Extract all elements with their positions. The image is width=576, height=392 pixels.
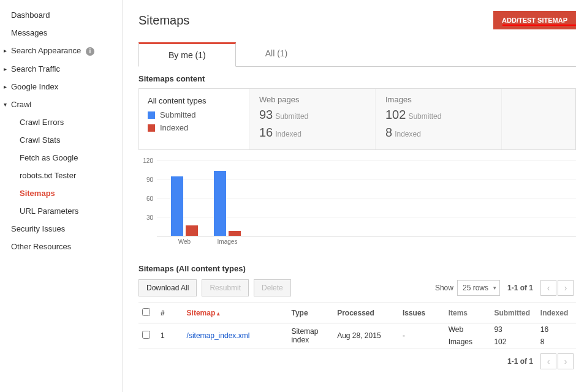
table-row: 1 /sitemap_index.xml Sitemap index Aug 2… — [138, 323, 576, 336]
sitemaps-table: # Sitemap Type Processed Issues Items Su… — [138, 303, 576, 349]
ct-block-empty — [502, 89, 575, 149]
sidebar-item-search-traffic[interactable]: Search Traffic — [0, 60, 122, 78]
col-indexed[interactable]: Indexed — [537, 303, 576, 323]
page-title: Sitemaps — [138, 13, 189, 28]
cell-submitted: 102 — [490, 336, 536, 349]
resubmit-button[interactable]: Resubmit — [202, 279, 249, 296]
sidebar-item-dashboard[interactable]: Dashboard — [0, 6, 122, 24]
legend-indexed: Indexed — [148, 123, 240, 132]
cell-items: Images — [445, 336, 491, 349]
pager-prev-button[interactable]: ‹ — [540, 280, 556, 296]
ytick: 30 — [138, 214, 153, 221]
row-checkbox[interactable] — [142, 331, 150, 339]
pager-next-button-bottom[interactable]: › — [558, 353, 574, 369]
add-test-sitemap-button[interactable]: ADD/TEST SITEMAP — [493, 11, 576, 29]
cell-indexed: 16 — [537, 323, 576, 336]
col-num[interactable]: # — [157, 303, 183, 323]
col-items[interactable]: Items — [445, 303, 491, 323]
content-types-summary: All content types Submitted Indexed Web … — [138, 88, 576, 150]
bar-chart: 120 90 60 30 Web Images — [138, 160, 576, 252]
sidebar-item-google-index[interactable]: Google Index — [0, 78, 122, 96]
sidebar-item-fetch-as-google[interactable]: Fetch as Google — [0, 149, 122, 167]
legend-title: All content types — [148, 96, 240, 105]
cell-submitted: 93 — [490, 323, 536, 336]
show-label: Show — [435, 284, 453, 292]
bar-group-web: Web — [169, 176, 200, 236]
table-toolbar: Download All Resubmit Delete Show 25 row… — [138, 279, 576, 296]
col-submitted[interactable]: Submitted — [490, 303, 536, 323]
col-processed[interactable]: Processed — [333, 303, 399, 323]
bar-images-indexed — [229, 231, 241, 236]
cell-type: Sitemap index — [287, 323, 333, 349]
bar-images-submitted — [214, 171, 226, 236]
cell-indexed: 8 — [537, 336, 576, 349]
ct-block-images[interactable]: Images 102Submitted 8Indexed — [376, 89, 502, 149]
bar-web-indexed — [186, 225, 198, 236]
tab-by-me[interactable]: By me (1) — [138, 42, 236, 67]
info-icon: i — [86, 47, 94, 56]
footer-pager: 1-1 of 1 ‹ › — [138, 349, 576, 369]
col-sitemap[interactable]: Sitemap — [183, 303, 288, 323]
bar-group-images: Images — [212, 171, 243, 236]
bar-label: Web — [169, 236, 200, 245]
pager-prev-button-bottom[interactable]: ‹ — [540, 353, 556, 369]
sidebar-item-search-appearance[interactable]: Search Appearance i — [0, 42, 122, 60]
cell-issues: - — [399, 323, 445, 349]
sidebar-item-crawl-errors[interactable]: Crawl Errors — [0, 113, 122, 131]
sitemaps-content-title: Sitemaps content — [138, 74, 576, 83]
ytick: 60 — [138, 195, 153, 202]
sidebar-item-crawl[interactable]: Crawl — [0, 96, 122, 113]
pager-next-button[interactable]: › — [558, 280, 574, 296]
square-icon-red — [148, 124, 155, 132]
pager-text-bottom: 1-1 of 1 — [507, 357, 533, 366]
sidebar-item-messages[interactable]: Messages — [0, 24, 122, 42]
ct-block-webpages[interactable]: Web pages 93Submitted 16Indexed — [249, 89, 376, 149]
col-type[interactable]: Type — [287, 303, 333, 323]
col-issues[interactable]: Issues — [399, 303, 445, 323]
sidebar-item-other-resources[interactable]: Other Resources — [0, 238, 122, 255]
cell-processed: Aug 28, 2015 — [333, 323, 399, 349]
sidebar-item-crawl-stats[interactable]: Crawl Stats — [0, 131, 122, 149]
sidebar-item-url-parameters[interactable]: URL Parameters — [0, 202, 122, 220]
cell-items: Web — [445, 323, 491, 336]
chart-plot-area: Web Images — [157, 160, 576, 236]
cell-num: 1 — [157, 323, 183, 349]
tab-all[interactable]: All (1) — [236, 42, 317, 67]
pager-text: 1-1 of 1 — [507, 284, 533, 292]
legend-panel: All content types Submitted Indexed — [139, 89, 249, 149]
delete-button[interactable]: Delete — [254, 279, 291, 296]
square-icon-blue — [148, 111, 155, 119]
select-all-checkbox[interactable] — [142, 308, 150, 316]
download-all-button[interactable]: Download All — [138, 279, 197, 296]
sidebar-item-security[interactable]: Security Issues — [0, 220, 122, 238]
table-title: Sitemaps (All content types) — [138, 264, 576, 273]
sidebar-item-robots-tester[interactable]: robots.txt Tester — [0, 167, 122, 184]
bar-web-submitted — [171, 176, 183, 236]
ytick: 120 — [138, 157, 153, 164]
legend-submitted: Submitted — [148, 110, 240, 119]
rows-per-page-select[interactable]: 25 rows — [457, 280, 500, 296]
tabs: By me (1) All (1) — [138, 42, 576, 67]
sidebar-item-sitemaps[interactable]: Sitemaps — [0, 184, 122, 202]
bar-label: Images — [212, 236, 243, 245]
sitemap-link[interactable]: /sitemap_index.xml — [187, 331, 250, 340]
main-content: Sitemaps ADD/TEST SITEMAP By me (1) All … — [123, 0, 576, 392]
ytick: 90 — [138, 176, 153, 183]
sidebar: Dashboard Messages Search Appearance i S… — [0, 0, 123, 392]
